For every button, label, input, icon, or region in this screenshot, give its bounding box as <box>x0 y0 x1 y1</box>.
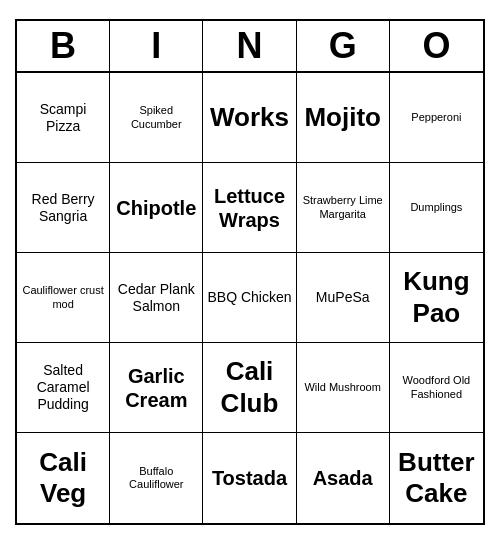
bingo-grid: Scampi PizzaSpiked CucumberWorksMojitoPe… <box>17 73 483 523</box>
cell-text: Garlic Cream <box>114 364 198 412</box>
bingo-cell[interactable]: Kung Pao <box>390 253 483 343</box>
bingo-cell[interactable]: Butter Cake <box>390 433 483 523</box>
bingo-cell[interactable]: Asada <box>297 433 390 523</box>
cell-text: Salted Caramel Pudding <box>21 362 105 412</box>
bingo-card: B I N G O Scampi PizzaSpiked CucumberWor… <box>15 19 485 525</box>
bingo-cell[interactable]: Scampi Pizza <box>17 73 110 163</box>
bingo-cell[interactable]: MuPeSa <box>297 253 390 343</box>
header-g: G <box>297 21 390 71</box>
bingo-cell[interactable]: Cali Club <box>203 343 296 433</box>
header-i: I <box>110 21 203 71</box>
header-n: N <box>203 21 296 71</box>
bingo-header: B I N G O <box>17 21 483 73</box>
header-b: B <box>17 21 110 71</box>
cell-text: Mojito <box>304 102 381 133</box>
bingo-cell[interactable]: Mojito <box>297 73 390 163</box>
bingo-cell[interactable]: Spiked Cucumber <box>110 73 203 163</box>
bingo-cell[interactable]: Salted Caramel Pudding <box>17 343 110 433</box>
cell-text: Scampi Pizza <box>21 101 105 135</box>
cell-text: Butter Cake <box>394 447 479 509</box>
cell-text: Works <box>210 102 289 133</box>
cell-text: Pepperoni <box>411 111 461 124</box>
bingo-cell[interactable]: Garlic Cream <box>110 343 203 433</box>
cell-text: Chipotle <box>116 196 196 220</box>
bingo-cell[interactable]: Chipotle <box>110 163 203 253</box>
cell-text: MuPeSa <box>316 289 370 306</box>
bingo-cell[interactable]: Woodford Old Fashioned <box>390 343 483 433</box>
cell-text: Spiked Cucumber <box>114 104 198 130</box>
header-o: O <box>390 21 483 71</box>
bingo-cell[interactable]: BBQ Chicken <box>203 253 296 343</box>
cell-text: Buffalo Cauliflower <box>114 465 198 491</box>
bingo-cell[interactable]: Cali Veg <box>17 433 110 523</box>
cell-text: Kung Pao <box>394 266 479 328</box>
bingo-cell[interactable]: Works <box>203 73 296 163</box>
bingo-cell[interactable]: Cedar Plank Salmon <box>110 253 203 343</box>
cell-text: Cauliflower crust mod <box>21 284 105 310</box>
cell-text: Strawberry Lime Margarita <box>301 194 385 220</box>
cell-text: Dumplings <box>410 201 462 214</box>
bingo-cell[interactable]: Red Berry Sangria <box>17 163 110 253</box>
cell-text: Cali Club <box>207 356 291 418</box>
bingo-cell[interactable]: Lettuce Wraps <box>203 163 296 253</box>
cell-text: Tostada <box>212 466 287 490</box>
bingo-cell[interactable]: Pepperoni <box>390 73 483 163</box>
cell-text: Cedar Plank Salmon <box>114 281 198 315</box>
bingo-cell[interactable]: Buffalo Cauliflower <box>110 433 203 523</box>
bingo-cell[interactable]: Tostada <box>203 433 296 523</box>
cell-text: Asada <box>313 466 373 490</box>
cell-text: BBQ Chicken <box>207 289 291 306</box>
bingo-cell[interactable]: Cauliflower crust mod <box>17 253 110 343</box>
cell-text: Cali Veg <box>21 447 105 509</box>
cell-text: Wild Mushroom <box>304 381 380 394</box>
bingo-cell[interactable]: Dumplings <box>390 163 483 253</box>
cell-text: Lettuce Wraps <box>207 184 291 232</box>
bingo-cell[interactable]: Wild Mushroom <box>297 343 390 433</box>
cell-text: Woodford Old Fashioned <box>394 374 479 400</box>
bingo-cell[interactable]: Strawberry Lime Margarita <box>297 163 390 253</box>
cell-text: Red Berry Sangria <box>21 191 105 225</box>
